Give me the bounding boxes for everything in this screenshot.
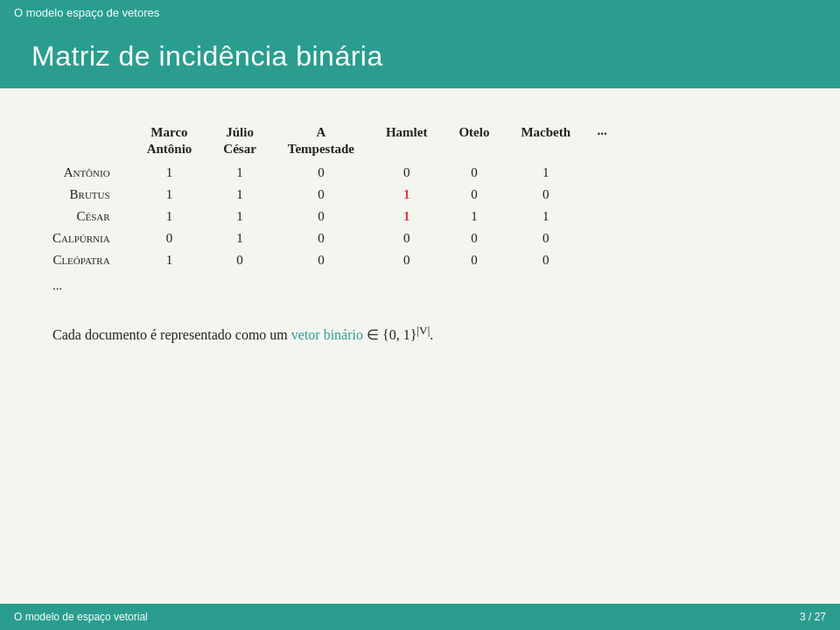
matrix-cell: 1	[207, 184, 272, 206]
matrix-cell: 0	[505, 228, 586, 249]
matrix-cell: 1	[131, 206, 208, 228]
row-label: Calpúrnia	[52, 228, 131, 249]
matrix-cell: 0	[272, 184, 370, 206]
bottom-bar: O modelo de espaço vetorial 3 / 27	[0, 604, 840, 630]
matrix-cell: 0	[443, 162, 505, 184]
table-row: Cleópatra100000	[52, 249, 618, 271]
row-label: Brutus	[52, 184, 131, 206]
table-row: Brutus110100	[52, 184, 618, 206]
matrix-cell: 1	[207, 228, 272, 249]
matrix-cell: 1	[131, 249, 208, 271]
title-section: Matriz de incidência binária	[0, 24, 840, 88]
matrix-cell: 0	[505, 249, 586, 271]
matrix-cell: 1	[207, 162, 272, 184]
matrix-cell: 1	[370, 206, 443, 228]
col-subheader-cesar: César	[207, 142, 272, 162]
description: Cada documento é representado como um ve…	[52, 321, 788, 346]
row-label: Antônio	[52, 162, 131, 184]
col-header-ellipsis: ...	[586, 120, 618, 142]
col-subheader-tempestade: Tempestade	[272, 142, 370, 162]
bottom-bar-left: O modelo de espaço vetorial	[14, 611, 148, 623]
matrix-cell: 1	[505, 162, 586, 184]
matrix-cell: 0	[370, 249, 443, 271]
table-row: Antônio110001	[52, 162, 618, 184]
matrix-cell: 0	[272, 206, 370, 228]
description-before: Cada documento é representado como um	[52, 327, 288, 342]
top-bar: O modelo espaço de vetores	[0, 0, 840, 24]
matrix-cell: 0	[370, 162, 443, 184]
matrix-cell: 1	[370, 184, 443, 206]
col-subheader-h2	[370, 142, 443, 162]
table-row: César110111	[52, 206, 618, 228]
row-label: César	[52, 206, 131, 228]
slide-title: Matriz de incidência binária	[32, 40, 808, 73]
col-header-a: A	[272, 120, 370, 142]
top-bar-title: O modelo espaço de vetores	[14, 6, 159, 19]
main-content: Marco Júlio A Hamlet Otelo Macbeth ... A…	[0, 88, 840, 364]
matrix-cell: 0	[505, 184, 586, 206]
table-row: Calpúrnia010000	[52, 228, 618, 249]
incidence-matrix: Marco Júlio A Hamlet Otelo Macbeth ... A…	[52, 120, 618, 271]
matrix-cell: 1	[207, 206, 272, 228]
matrix-cell: 0	[443, 228, 505, 249]
matrix-cell: 0	[131, 228, 208, 249]
description-superscript: |V|	[416, 324, 430, 337]
col-subheader-h3	[443, 142, 505, 162]
col-subheader-h4	[505, 142, 586, 162]
description-highlight: vetor binário	[291, 327, 363, 342]
matrix-cell: 0	[272, 162, 370, 184]
matrix-cell: 0	[370, 228, 443, 249]
col-header-otelo: Otelo	[443, 120, 505, 142]
col-subheader-h5	[586, 142, 618, 162]
matrix-dots: ...	[52, 271, 788, 297]
matrix-cell: 1	[443, 206, 505, 228]
col-header-julio: Júlio	[207, 120, 272, 142]
matrix-cell: 1	[131, 162, 208, 184]
matrix-body: Antônio110001Brutus110100César110111Calp…	[52, 162, 618, 271]
matrix-cell: 0	[443, 249, 505, 271]
matrix-cell: 0	[443, 184, 505, 206]
matrix-cell: 1	[505, 206, 586, 228]
row-label: Cleópatra	[52, 249, 131, 271]
col-subheader-antonio: Antônio	[131, 142, 208, 162]
matrix-cell: 0	[272, 228, 370, 249]
bottom-bar-right: 3 / 27	[800, 611, 826, 623]
matrix-container: Marco Júlio A Hamlet Otelo Macbeth ... A…	[52, 120, 788, 297]
matrix-cell: 0	[272, 249, 370, 271]
matrix-cell: 1	[131, 184, 208, 206]
matrix-cell: 0	[207, 249, 272, 271]
col-header-marco: Marco	[131, 120, 208, 142]
col-header-macbeth: Macbeth	[505, 120, 586, 142]
col-header-hamlet: Hamlet	[370, 120, 443, 142]
description-after: ∈ {0, 1}|V|.	[367, 327, 433, 342]
